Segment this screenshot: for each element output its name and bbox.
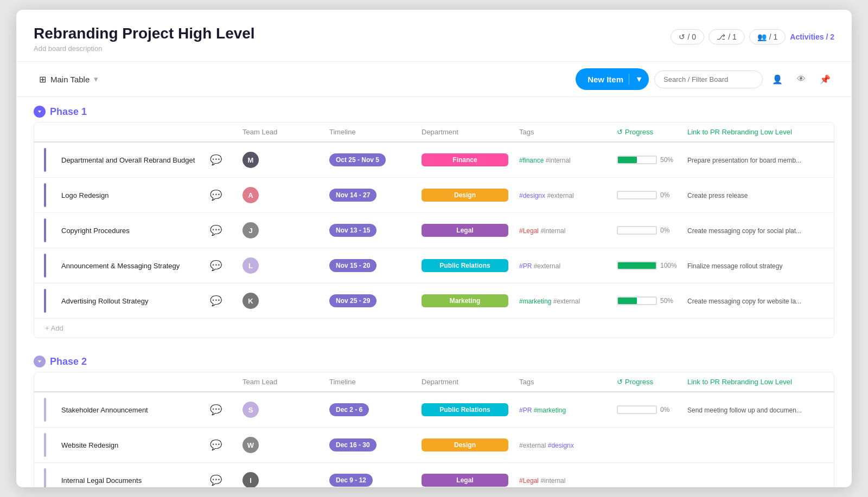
- link-cell: Finalize message rollout strategy: [682, 256, 834, 275]
- progress-bar: [617, 405, 657, 414]
- tree-badge[interactable]: ⎇ / 1: [709, 29, 745, 44]
- tags-cell: #PR #external: [514, 256, 611, 275]
- dept-cell: Public Relations: [416, 398, 514, 422]
- tag2: #marketing: [534, 406, 566, 414]
- header: Rebranding Project High Level Add board …: [16, 10, 852, 62]
- col-name: [56, 372, 205, 391]
- progress-bar: [617, 296, 657, 305]
- dept-pill: Legal: [422, 474, 508, 487]
- timeline-cell: Dec 16 - 30: [324, 433, 416, 457]
- progress-refresh-icon: ↺: [617, 128, 623, 136]
- row-name-cell[interactable]: Copyright Procedures: [56, 221, 205, 240]
- avatar-cell: J: [237, 217, 324, 244]
- timeline-cell: Dec 2 - 6: [324, 398, 416, 422]
- dept-cell: Marketing: [416, 289, 514, 313]
- search-input[interactable]: [654, 70, 763, 88]
- tree-icon: ⎇: [717, 33, 725, 41]
- comment-cell[interactable]: 💬: [205, 434, 237, 456]
- new-item-button[interactable]: New Item ▾: [576, 68, 649, 90]
- page-title: Rebranding Project High Level: [34, 25, 255, 42]
- progress-pct: 0%: [660, 406, 676, 414]
- progress-cell: 0%: [611, 400, 682, 419]
- row-name-cell[interactable]: Announcement & Messaging Strategy: [56, 256, 205, 275]
- timeline-pill: Oct 25 - Nov 5: [329, 153, 386, 166]
- col-department: Department: [416, 372, 514, 391]
- people-icon: 👥: [757, 33, 767, 41]
- tags-cell: #external #designx: [514, 436, 611, 455]
- comment-icon: 💬: [210, 154, 222, 165]
- phase1-collapse-icon[interactable]: [34, 106, 46, 118]
- header-right: ↺ / 0 ⎇ / 1 👥 / 1 Activities / 2: [671, 29, 834, 44]
- dept-pill: Marketing: [422, 294, 508, 307]
- phase1-title[interactable]: Phase 1: [50, 106, 87, 118]
- pin-icon[interactable]: 📌: [816, 70, 834, 88]
- phase2-header: Phase 2: [34, 356, 834, 367]
- comment-cell[interactable]: 💬: [205, 254, 237, 277]
- comment-cell[interactable]: 💬: [205, 149, 237, 171]
- col-comment: [205, 372, 237, 391]
- eye-icon[interactable]: 👁: [792, 70, 810, 88]
- dept-pill: Legal: [422, 224, 508, 237]
- timeline-cell: Nov 13 - 15: [324, 218, 416, 242]
- activities-count: 2: [830, 33, 834, 41]
- link-cell: Send meeting follow up and documen...: [682, 401, 834, 419]
- people-badge[interactable]: 👥 / 1: [749, 29, 786, 44]
- row-name-cell[interactable]: Website Redesign: [56, 436, 205, 455]
- phase2-title[interactable]: Phase 2: [50, 356, 87, 367]
- row-name-cell[interactable]: Advertising Rollout Strategy: [56, 292, 205, 311]
- timeline-pill: Dec 2 - 6: [329, 403, 369, 416]
- progress-bar: [617, 156, 657, 164]
- link-text: Prepare presentation for board memb...: [687, 157, 801, 164]
- tag1: #external: [519, 442, 548, 449]
- activities-label: Activities /: [790, 33, 830, 41]
- main-table-button[interactable]: ⊞ Main Table ▾: [34, 71, 104, 88]
- progress-fill: [618, 157, 637, 163]
- comment-cell[interactable]: 💬: [205, 469, 237, 487]
- comment-cell[interactable]: 💬: [205, 398, 237, 421]
- phase2-collapse-icon[interactable]: [34, 356, 46, 367]
- row-name-cell[interactable]: Stakeholder Announcement: [56, 401, 205, 419]
- tag2: #internal: [540, 477, 565, 485]
- row-name-cell[interactable]: Logo Redesign: [56, 186, 205, 205]
- link-cell: Create messaging copy for website la...: [682, 292, 834, 311]
- avatar-cell: M: [237, 146, 324, 173]
- progress-cell: [611, 475, 682, 486]
- progress-bar: [617, 261, 657, 270]
- avatar-cell: W: [237, 431, 324, 459]
- timeline-pill: Nov 13 - 15: [329, 224, 376, 237]
- row-accent-cell: [34, 178, 56, 212]
- user-icon[interactable]: 👤: [768, 70, 787, 88]
- row-accent-cell: [34, 428, 56, 462]
- tags-cell: #finance #internal: [514, 151, 611, 170]
- timeline-pill: Dec 16 - 30: [329, 438, 376, 451]
- avatar-cell: K: [237, 287, 324, 314]
- comment-icon: 💬: [210, 295, 222, 306]
- avatar: W: [242, 437, 259, 453]
- avatar-cell: L: [237, 252, 324, 279]
- row-accent-cell: [34, 248, 56, 283]
- link-cell: [682, 440, 834, 450]
- phase2-section: Phase 2 Team Lead Timeline Department Ta…: [34, 356, 834, 487]
- row-name-cell[interactable]: Internal Legal Documents: [56, 471, 205, 488]
- item-name: Copyright Procedures: [61, 227, 130, 235]
- activities-badge[interactable]: Activities / 2: [790, 33, 834, 41]
- link-text: Create press release: [687, 192, 748, 199]
- comment-cell[interactable]: 💬: [205, 219, 237, 242]
- toolbar: ⊞ Main Table ▾ New Item ▾ 👤 👁 📌: [16, 62, 852, 97]
- avatar: L: [242, 257, 259, 274]
- progress-bar: [617, 191, 657, 199]
- row-accent-cell: [34, 463, 56, 487]
- dept-pill: Public Relations: [422, 259, 508, 272]
- dept-pill: Public Relations: [422, 403, 508, 416]
- comment-cell[interactable]: 💬: [205, 184, 237, 206]
- comment-cell[interactable]: 💬: [205, 289, 237, 312]
- avatar-cell: I: [237, 467, 324, 487]
- phase2-table: Team Lead Timeline Department Tags ↺ Pro…: [34, 372, 834, 487]
- phase1-add-row[interactable]: + Add: [34, 319, 834, 338]
- refresh-badge[interactable]: ↺ / 0: [671, 29, 705, 44]
- row-name-cell[interactable]: Departmental and Overall Rebrand Budget: [56, 151, 205, 170]
- tags-cell: #designx #external: [514, 186, 611, 205]
- progress-refresh-icon: ↺: [617, 378, 623, 386]
- item-name: Logo Redesign: [61, 191, 108, 199]
- avatar: K: [242, 293, 259, 309]
